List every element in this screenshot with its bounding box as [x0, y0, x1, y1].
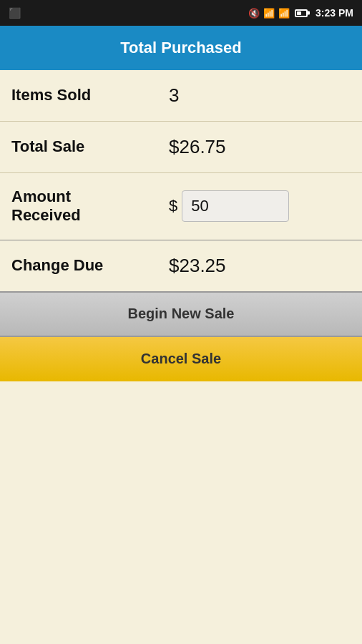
signal-icon-2: 📶	[278, 8, 290, 19]
total-sale-value: $26.75	[169, 136, 226, 158]
status-bar: ⬛ 🔇 📶 📶 3:23 PM	[0, 0, 362, 26]
amount-received-label: AmountReceived	[11, 187, 169, 225]
change-due-value: $23.25	[169, 255, 226, 277]
begin-new-sale-button[interactable]: Begin New Sale	[0, 293, 362, 337]
cancel-sale-button[interactable]: Cancel Sale	[0, 337, 362, 381]
page-title: Total Purchased	[120, 39, 242, 57]
total-sale-row: Total Sale $26.75	[0, 122, 362, 173]
app-header: Total Purchased	[0, 26, 362, 70]
items-sold-label: Items Sold	[11, 86, 169, 104]
screen-icon: ⬛	[9, 7, 21, 19]
change-due-label: Change Due	[11, 256, 169, 275]
items-sold-row: Items Sold 3	[0, 70, 362, 122]
signal-icon: 📶	[263, 8, 275, 19]
status-time: 3:23 PM	[315, 7, 353, 19]
mute-icon: 🔇	[248, 8, 260, 19]
battery-icon	[295, 9, 308, 17]
dollar-sign: $	[169, 197, 177, 215]
amount-received-row: AmountReceived $	[0, 173, 362, 240]
change-due-row: Change Due $23.25	[0, 240, 362, 293]
total-sale-label: Total Sale	[11, 137, 169, 156]
amount-input-wrapper: $	[169, 190, 289, 222]
amount-received-input[interactable]	[182, 190, 289, 222]
content-area: Items Sold 3 Total Sale $26.75 AmountRec…	[0, 70, 362, 381]
items-sold-value: 3	[169, 84, 179, 107]
